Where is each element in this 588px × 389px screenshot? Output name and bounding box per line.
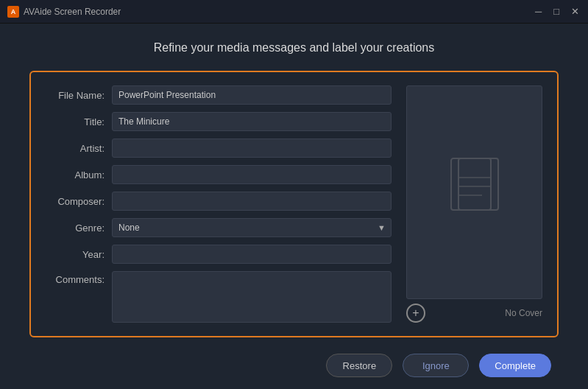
filename-label: File Name: bbox=[46, 90, 112, 101]
artist-label: Artist: bbox=[46, 143, 112, 154]
form-fields: File Name: Title: Artist: Album: Compose… bbox=[46, 85, 392, 323]
main-content: Refine your media messages and label you… bbox=[0, 24, 588, 389]
artist-row: Artist: bbox=[46, 139, 392, 158]
year-input[interactable] bbox=[112, 245, 392, 264]
filename-row: File Name: bbox=[46, 85, 392, 105]
cover-preview bbox=[406, 85, 542, 299]
comments-row: Comments: bbox=[46, 271, 392, 323]
genre-row: Genre: None Pop Rock Jazz Classical Hip-… bbox=[46, 218, 392, 237]
composer-row: Composer: bbox=[46, 192, 392, 211]
cover-placeholder-icon bbox=[445, 155, 504, 229]
window-controls: ─ □ ✕ bbox=[534, 7, 581, 16]
form-container: File Name: Title: Artist: Album: Compose… bbox=[29, 71, 559, 337]
genre-select[interactable]: None Pop Rock Jazz Classical Hip-Hop Ele… bbox=[112, 218, 392, 237]
genre-label: Genre: bbox=[46, 222, 112, 234]
year-row: Year: bbox=[46, 245, 392, 264]
app-title: AVAide Screen Recorder bbox=[24, 7, 121, 17]
comments-label: Comments: bbox=[46, 271, 112, 285]
album-row: Album: bbox=[46, 165, 392, 184]
close-button[interactable]: ✕ bbox=[570, 7, 581, 16]
album-label: Album: bbox=[46, 169, 112, 181]
page-title: Refine your media messages and label you… bbox=[29, 41, 559, 55]
composer-input[interactable] bbox=[112, 192, 392, 211]
plus-icon: + bbox=[412, 307, 419, 319]
title-row: Title: bbox=[46, 112, 392, 131]
restore-button[interactable]: Restore bbox=[326, 354, 392, 377]
comments-textarea[interactable] bbox=[112, 271, 392, 323]
svg-rect-0 bbox=[451, 158, 491, 210]
cover-panel: + No Cover bbox=[406, 85, 542, 323]
add-cover-button[interactable]: + bbox=[406, 304, 425, 323]
minimize-button[interactable]: ─ bbox=[534, 7, 543, 16]
complete-button[interactable]: Complete bbox=[479, 354, 551, 377]
svg-rect-1 bbox=[458, 158, 498, 210]
no-cover-label: No Cover bbox=[505, 308, 542, 318]
genre-select-wrapper: None Pop Rock Jazz Classical Hip-Hop Ele… bbox=[112, 218, 392, 237]
filename-input[interactable] bbox=[112, 85, 392, 105]
title-bar-left: A AVAide Screen Recorder bbox=[7, 6, 121, 18]
title-bar: A AVAide Screen Recorder ─ □ ✕ bbox=[0, 0, 588, 24]
ignore-button[interactable]: Ignore bbox=[403, 354, 469, 377]
cover-footer: + No Cover bbox=[406, 304, 542, 323]
bottom-actions: Restore Ignore Complete bbox=[29, 354, 559, 377]
app-icon: A bbox=[7, 6, 19, 18]
artist-input[interactable] bbox=[112, 139, 392, 158]
composer-label: Composer: bbox=[46, 196, 112, 207]
year-label: Year: bbox=[46, 249, 112, 260]
title-label: Title: bbox=[46, 116, 112, 127]
title-input[interactable] bbox=[112, 112, 392, 131]
maximize-button[interactable]: □ bbox=[552, 7, 561, 16]
album-input[interactable] bbox=[112, 165, 392, 184]
